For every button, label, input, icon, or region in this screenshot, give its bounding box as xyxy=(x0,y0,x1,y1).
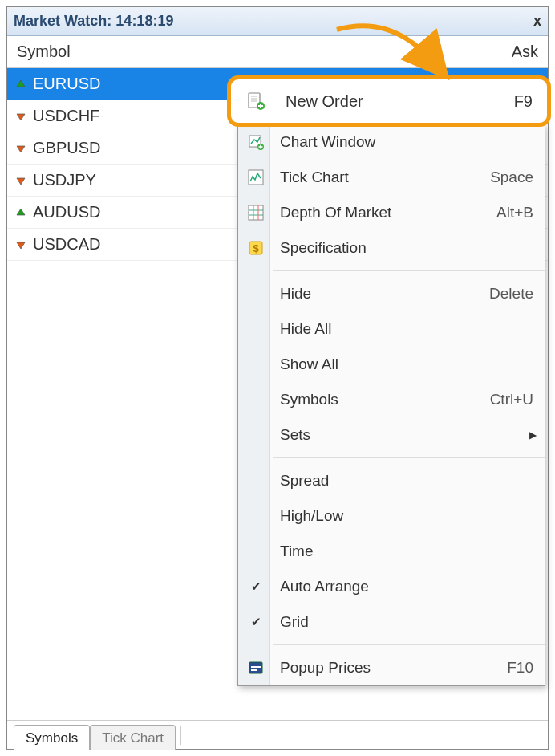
new-order-icon xyxy=(245,91,266,112)
check-icon: ✔ xyxy=(246,612,265,632)
menu-item-depth[interactable]: Depth Of MarketAlt+B xyxy=(238,195,545,230)
menu-separator xyxy=(273,270,545,271)
titlebar: Market Watch: 14:18:19 x xyxy=(7,7,548,36)
menu-item-specification[interactable]: $Specification xyxy=(238,230,545,266)
menu-item-spread[interactable]: Spread xyxy=(238,463,545,498)
menu-item-shortcut: Space xyxy=(490,169,533,186)
arrow-down-icon xyxy=(15,175,26,186)
menu-item-shortcut: Ctrl+U xyxy=(490,391,533,408)
menu-item-label: Spread xyxy=(280,472,533,490)
menu-item-shortcut: F10 xyxy=(507,659,533,677)
menu-separator xyxy=(273,644,545,645)
menu-item-label: Tick Chart xyxy=(280,169,490,186)
tab-symbols[interactable]: Symbols xyxy=(14,725,90,750)
svg-marker-0 xyxy=(17,80,25,87)
window-title: Market Watch: 14:18:19 xyxy=(14,13,173,30)
menu-item-shortcut: Delete xyxy=(489,285,533,303)
tab-tick-chart[interactable]: Tick Chart xyxy=(90,725,176,750)
menu-item-label: Auto Arrange xyxy=(280,578,533,595)
symbol-name: AUDUSD xyxy=(33,203,100,222)
highlight-new-order[interactable]: New Order F9 xyxy=(227,75,551,127)
menu-item-popup-prices[interactable]: Popup PricesF10 xyxy=(238,650,545,685)
context-menu: Chart WindowTick ChartSpaceDepth Of Mark… xyxy=(237,124,545,686)
menu-item-label: High/Low xyxy=(280,507,533,525)
highlight-shortcut: F9 xyxy=(514,92,533,111)
tick-chart-icon xyxy=(246,168,265,187)
col-symbol-header[interactable]: Symbol xyxy=(17,43,346,61)
arrow-down-icon xyxy=(15,143,26,154)
symbol-name: USDCHF xyxy=(33,107,99,125)
svg-rect-18 xyxy=(249,205,263,220)
menu-item-label: Popup Prices xyxy=(280,659,507,677)
menu-item-high-low[interactable]: High/Low xyxy=(238,498,545,534)
context-menu-items: Chart WindowTick ChartSpaceDepth Of Mark… xyxy=(238,124,545,685)
svg-rect-27 xyxy=(251,669,257,671)
svg-marker-2 xyxy=(17,146,25,152)
symbol-name: EURUSD xyxy=(33,75,100,93)
close-icon[interactable]: x xyxy=(533,13,541,30)
col-ask-header[interactable]: Ask xyxy=(442,43,538,61)
menu-separator xyxy=(273,457,545,458)
svg-marker-3 xyxy=(17,178,25,185)
menu-item-sets[interactable]: Sets▶ xyxy=(238,417,545,453)
arrow-up-icon xyxy=(15,207,26,218)
column-headers: Symbol Bid Ask xyxy=(7,36,548,68)
check-icon: ✔ xyxy=(246,577,265,596)
svg-marker-5 xyxy=(17,242,25,249)
arrow-down-icon xyxy=(15,239,26,250)
bottom-tabs: Symbols Tick Chart xyxy=(7,720,548,749)
menu-item-tick-chart[interactable]: Tick ChartSpace xyxy=(238,160,545,195)
menu-item-label: Show All xyxy=(280,356,533,373)
symbol-name: USDJPY xyxy=(33,171,96,189)
chevron-right-icon: ▶ xyxy=(529,429,537,441)
menu-item-label: Grid xyxy=(280,613,533,631)
menu-item-label: Hide xyxy=(280,285,489,303)
chart-plus-icon xyxy=(246,132,265,152)
menu-item-hide[interactable]: HideDelete xyxy=(238,276,545,311)
col-bid-header[interactable]: Bid xyxy=(346,43,442,61)
menu-item-show-all[interactable]: Show All xyxy=(238,347,545,382)
menu-item-symbols[interactable]: SymbolsCtrl+U xyxy=(238,382,545,417)
menu-item-auto-arrange[interactable]: ✔Auto Arrange xyxy=(238,569,545,604)
menu-item-chart-window[interactable]: Chart Window xyxy=(238,124,545,160)
svg-rect-26 xyxy=(251,666,261,668)
menu-item-label: Specification xyxy=(280,239,533,257)
popup-icon xyxy=(246,658,265,677)
svg-text:$: $ xyxy=(253,242,259,254)
tab-separator xyxy=(180,726,181,745)
arrow-down-icon xyxy=(15,111,26,122)
symbol-name: GBPUSD xyxy=(33,139,100,157)
menu-item-label: Time xyxy=(280,543,533,560)
arrow-up-icon xyxy=(15,79,26,90)
svg-marker-1 xyxy=(17,114,25,120)
menu-item-label: Depth Of Market xyxy=(280,204,496,222)
menu-item-hide-all[interactable]: Hide All xyxy=(238,311,545,347)
menu-item-label: Hide All xyxy=(280,320,533,338)
symbol-name: USDCAD xyxy=(33,235,100,254)
menu-item-label: Symbols xyxy=(280,391,490,408)
menu-item-shortcut: Alt+B xyxy=(496,204,533,222)
dollar-icon: $ xyxy=(246,238,265,258)
highlight-label: New Order xyxy=(286,92,514,111)
menu-item-label: Sets xyxy=(280,426,533,444)
menu-item-label: Chart Window xyxy=(280,133,533,151)
svg-marker-4 xyxy=(17,209,25,215)
grid-icon xyxy=(246,203,265,222)
menu-item-grid[interactable]: ✔Grid xyxy=(238,604,545,640)
menu-item-time[interactable]: Time xyxy=(238,534,545,569)
